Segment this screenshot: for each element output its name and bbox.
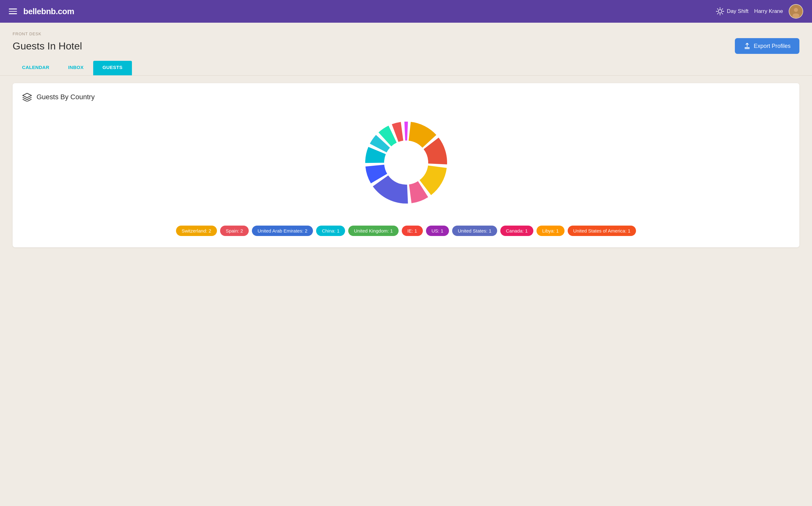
day-shift-indicator[interactable]: Day Shift bbox=[716, 7, 748, 15]
header-left: bellebnb.com bbox=[9, 7, 74, 16]
avatar[interactable] bbox=[789, 4, 803, 19]
layers-icon bbox=[22, 93, 32, 101]
svg-rect-12 bbox=[745, 47, 750, 48]
donut-chart bbox=[352, 109, 460, 216]
hamburger-menu-icon[interactable] bbox=[9, 8, 17, 14]
legend-badge: United Arab Emirates: 2 bbox=[252, 226, 313, 236]
legend-badge: Spain: 2 bbox=[220, 226, 249, 236]
page-title-row: Guests In Hotel Export Profiles bbox=[13, 38, 799, 54]
legend-badge: Switzerland: 2 bbox=[176, 226, 217, 236]
legend-badge: IE: 1 bbox=[402, 226, 423, 236]
svg-line-5 bbox=[718, 8, 718, 9]
card-title: Guests By Country bbox=[36, 93, 95, 101]
svg-point-10 bbox=[794, 8, 798, 12]
upload-icon bbox=[744, 43, 750, 50]
app-header: bellebnb.com Day Shift Harry Krane bbox=[0, 0, 812, 23]
svg-line-8 bbox=[718, 13, 718, 14]
legend-badge: US: 1 bbox=[426, 226, 449, 236]
tabs-bar: CALENDAR INBOX GUESTS bbox=[0, 61, 812, 76]
svg-line-6 bbox=[722, 13, 723, 14]
export-profiles-button[interactable]: Export Profiles bbox=[735, 38, 799, 54]
header-right: Day Shift Harry Krane bbox=[716, 4, 803, 19]
legend-badge: Canada: 1 bbox=[500, 226, 533, 236]
main-content: Guests By Country Switzerland: 2Spain: 2… bbox=[0, 76, 812, 260]
breadcrumb: FRONT DESK bbox=[13, 31, 799, 36]
legend-badge: China: 1 bbox=[316, 226, 345, 236]
svg-marker-14 bbox=[23, 93, 31, 98]
legend: Switzerland: 2Spain: 2United Arab Emirat… bbox=[22, 226, 790, 236]
legend-badge: United States: 1 bbox=[452, 226, 497, 236]
day-shift-label: Day Shift bbox=[727, 8, 748, 14]
tab-calendar[interactable]: CALENDAR bbox=[13, 61, 59, 75]
page-header: FRONT DESK Guests In Hotel Export Profil… bbox=[0, 23, 812, 54]
legend-badge: Libya: 1 bbox=[536, 226, 565, 236]
legend-badge: United Kingdom: 1 bbox=[348, 226, 398, 236]
svg-point-0 bbox=[718, 10, 722, 13]
avatar-image bbox=[789, 5, 803, 18]
page-title: Guests In Hotel bbox=[13, 40, 82, 52]
export-button-label: Export Profiles bbox=[754, 43, 791, 50]
sun-icon bbox=[716, 7, 724, 15]
legend-badge: United States of America: 1 bbox=[568, 226, 636, 236]
tab-inbox[interactable]: INBOX bbox=[59, 61, 93, 75]
app-logo: bellebnb.com bbox=[23, 7, 74, 16]
svg-line-7 bbox=[722, 8, 723, 9]
user-name-label: Harry Krane bbox=[754, 8, 783, 14]
tab-guests[interactable]: GUESTS bbox=[93, 61, 132, 75]
card-title-row: Guests By Country bbox=[22, 93, 790, 101]
donut-chart-container bbox=[22, 109, 790, 216]
svg-rect-13 bbox=[745, 49, 750, 49]
svg-point-11 bbox=[793, 13, 799, 18]
guests-by-country-card: Guests By Country Switzerland: 2Spain: 2… bbox=[13, 83, 799, 247]
